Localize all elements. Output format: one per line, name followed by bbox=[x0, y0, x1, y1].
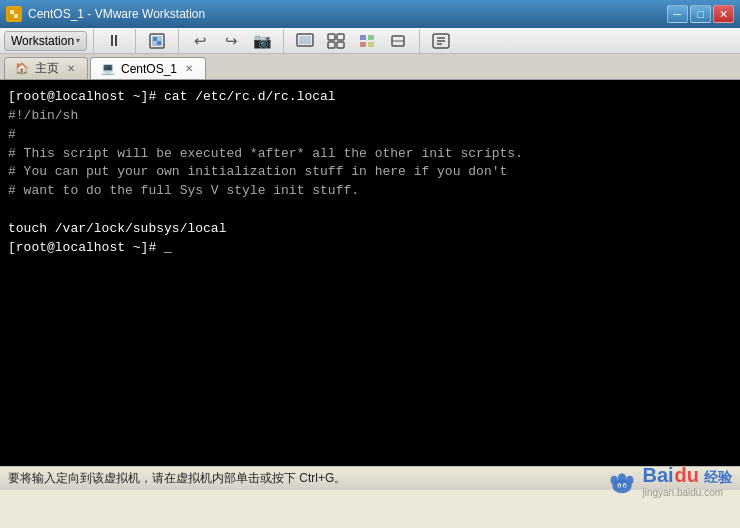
svg-rect-13 bbox=[360, 35, 366, 40]
tab-centos[interactable]: 💻 CentOS_1 ✕ bbox=[90, 57, 206, 79]
snapshot-back-button[interactable]: ↩ bbox=[186, 28, 214, 54]
terminal-container[interactable]: [root@localhost ~]# cat /etc/rc.d/rc.loc… bbox=[0, 80, 740, 466]
baidu-du: du bbox=[675, 464, 699, 487]
menu-bar: Workstation ▾ ⏸ ↩ ↪ 📷 bbox=[0, 28, 740, 54]
workstation-menu[interactable]: Workstation ▾ bbox=[4, 31, 87, 51]
sep2 bbox=[178, 29, 179, 53]
sep4 bbox=[419, 29, 420, 53]
svg-point-26 bbox=[618, 473, 627, 484]
svg-rect-5 bbox=[153, 37, 157, 41]
home-tab-close[interactable]: ✕ bbox=[65, 63, 77, 74]
title-bar: CentOS_1 - VMware Workstation ─ □ ✕ bbox=[0, 0, 740, 28]
svg-point-24 bbox=[611, 476, 618, 485]
svg-point-30 bbox=[624, 485, 626, 488]
baidu-text: Bai du 经验 jingyan.baidu.com bbox=[642, 464, 732, 498]
autofit-button[interactable] bbox=[384, 28, 412, 54]
title-bar-left: CentOS_1 - VMware Workstation bbox=[6, 6, 205, 22]
svg-rect-8 bbox=[299, 36, 311, 44]
menu-separator bbox=[93, 29, 94, 53]
unity-button[interactable] bbox=[353, 28, 381, 54]
normal-view-button[interactable] bbox=[291, 28, 319, 54]
svg-rect-10 bbox=[337, 34, 344, 40]
svg-rect-14 bbox=[368, 35, 374, 40]
centos-tab-label: CentOS_1 bbox=[121, 62, 177, 76]
terminal-output: [root@localhost ~]# cat /etc/rc.d/rc.loc… bbox=[8, 88, 732, 258]
close-button[interactable]: ✕ bbox=[713, 5, 734, 23]
home-tab-icon: 🏠 bbox=[15, 62, 29, 75]
svg-rect-6 bbox=[157, 41, 161, 45]
centos-tab-icon: 💻 bbox=[101, 62, 115, 75]
tab-home[interactable]: 🏠 主页 ✕ bbox=[4, 57, 88, 79]
svg-rect-1 bbox=[10, 10, 14, 14]
svg-rect-2 bbox=[14, 14, 18, 18]
workstation-label: Workstation bbox=[11, 34, 74, 48]
pause-button[interactable]: ⏸ bbox=[100, 28, 128, 54]
sep3 bbox=[283, 29, 284, 53]
baidu-url: jingyan.baidu.com bbox=[642, 487, 723, 498]
vm-icon bbox=[6, 6, 22, 22]
terminal-area[interactable]: [root@localhost ~]# cat /etc/rc.d/rc.loc… bbox=[0, 80, 740, 466]
centos-tab-close[interactable]: ✕ bbox=[183, 63, 195, 74]
home-tab-label: 主页 bbox=[35, 60, 59, 77]
snapshot-button[interactable]: 📷 bbox=[248, 28, 276, 54]
svg-rect-9 bbox=[328, 34, 335, 40]
svg-rect-12 bbox=[337, 42, 344, 48]
tabs-bar: 🏠 主页 ✕ 💻 CentOS_1 ✕ bbox=[0, 54, 740, 80]
status-text: 要将输入定向到该虚拟机，请在虚拟机内部单击或按下 Ctrl+G。 bbox=[8, 470, 346, 487]
title-buttons: ─ □ ✕ bbox=[667, 5, 734, 23]
svg-point-29 bbox=[619, 485, 621, 488]
baidu-title: Bai bbox=[642, 464, 673, 487]
snapshot-forward-button[interactable]: ↪ bbox=[217, 28, 245, 54]
window-title: CentOS_1 - VMware Workstation bbox=[28, 7, 205, 21]
baidu-logo-icon bbox=[606, 467, 638, 495]
fullscreen-button[interactable] bbox=[322, 28, 350, 54]
svg-point-25 bbox=[627, 476, 634, 485]
svg-rect-11 bbox=[328, 42, 335, 48]
minimize-button[interactable]: ─ bbox=[667, 5, 688, 23]
sep1 bbox=[135, 29, 136, 53]
baidu-watermark: Bai du 经验 jingyan.baidu.com bbox=[606, 464, 732, 498]
svg-rect-15 bbox=[360, 42, 366, 47]
maximize-button[interactable]: □ bbox=[690, 5, 711, 23]
vm-settings-button[interactable] bbox=[143, 28, 171, 54]
svg-rect-16 bbox=[368, 42, 374, 47]
baidu-subtitle: 经验 bbox=[704, 469, 732, 487]
workstation-chevron: ▾ bbox=[76, 36, 80, 45]
usb-button[interactable] bbox=[427, 28, 455, 54]
